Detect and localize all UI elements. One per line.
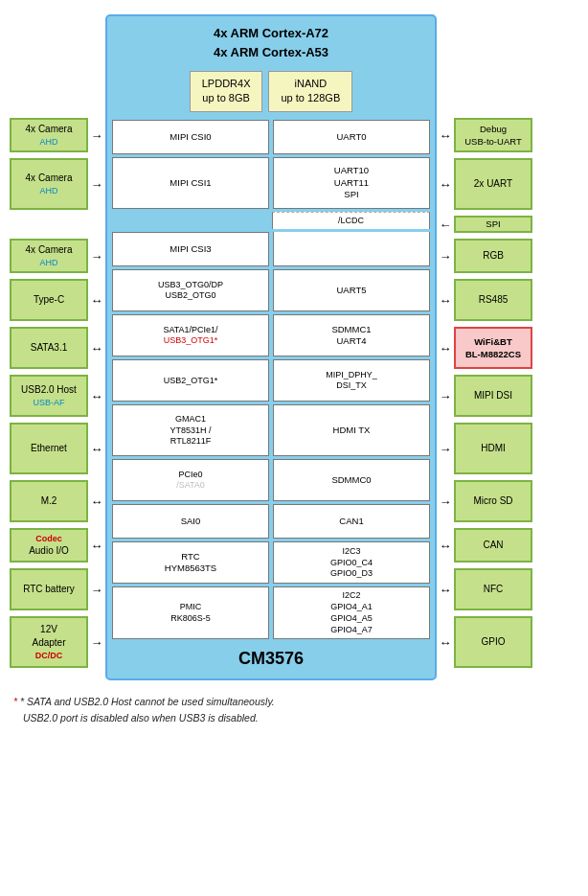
inner-can1: CAN1: [273, 504, 430, 539]
left-camera3-box: 4x Camera AHD: [10, 239, 88, 273]
inner-pcie0: PCIe0/SATA0: [112, 459, 269, 501]
inner-i2c3: I2C3GPIO0_C4GPIO0_D3: [273, 541, 430, 584]
arrow-rtc: →: [88, 583, 105, 597]
inner-usb3-otg0: USB3_OTG0/DPUSB2_OTG0: [112, 269, 269, 311]
inner-uart10: UART10UART11SPI: [273, 157, 430, 209]
left-audio-box: Codec Audio I/O: [10, 528, 88, 563]
right-uart2-box: 2x UART: [454, 158, 532, 210]
arrow-cam2: →: [88, 177, 105, 192]
inner-mipi-csi3: MIPI CSI3: [112, 232, 269, 266]
left-camera1-box: 4x Camera AHD: [10, 118, 88, 152]
inner-usb2-otg1: USB2_OTG1*: [112, 359, 269, 402]
right-spi-box: SPI: [454, 216, 532, 233]
arrow-spi-right: ←: [437, 218, 454, 232]
right-mipidsi-box: MIPI DSI: [454, 375, 532, 417]
right-gpio-box: GPIO: [454, 616, 532, 668]
center-title: 4x ARM Cortex-A72 4x ARM Cortex-A53: [112, 24, 430, 61]
inner-i2c2: I2C2GPIO4_A1GPIO4_A5GPIO4_A7: [273, 586, 430, 639]
arrow-mipidsi-right: →: [437, 389, 454, 403]
inner-lcdc: /LCDC: [272, 212, 430, 230]
arrow-rs485-right: ↔: [437, 293, 454, 308]
inner-uart5: UART5: [273, 269, 430, 311]
left-usb2host-box: USB2.0 Host USB-AF: [10, 375, 88, 417]
arrow-cam3: →: [88, 249, 105, 264]
inner-sdmmc0: SDMMC0: [273, 459, 430, 501]
arrow-hdmi-right: →: [437, 442, 454, 456]
arrow-sata: ↔: [88, 341, 105, 356]
inner-mipi-dphy: MIPI_DPHY_DSI_TX: [273, 359, 430, 402]
inner-lcdc-rgb: [273, 232, 430, 266]
inner-hdmi-tx: HDMI TX: [273, 404, 430, 456]
inner-spacer-spi: [112, 212, 268, 230]
left-12v-box: 12V Adapter DC/DC: [10, 616, 88, 668]
arrow-rgb-right: →: [437, 249, 454, 264]
right-rgb-box: RGB: [454, 239, 532, 273]
arrow-m2: ↔: [88, 494, 105, 509]
arrow-gpio-right: ↔: [437, 635, 454, 650]
inand-chip: iNANDup to 128GB: [268, 71, 352, 112]
right-wifi-box: WiFi&BTBL-M8822CS: [454, 327, 532, 369]
inner-mipi-csi0: MIPI CSI0: [112, 120, 269, 154]
right-can-box: CAN: [454, 528, 532, 563]
arrow-debug-right: ↔: [437, 128, 454, 143]
right-debug-box: DebugUSB-to-UART: [454, 118, 532, 152]
inner-pmic: PMICRK806S-5: [112, 586, 269, 639]
inner-sdmmc1: SDMMC1UART4: [273, 314, 430, 356]
arrow-wifi-right: ↔: [437, 341, 454, 356]
left-column: 4x Camera AHD → 4x Camera AHD → 4x Camer…: [10, 14, 105, 671]
right-microsd-box: Micro SD: [454, 480, 532, 522]
inner-uart0: UART0: [273, 120, 430, 154]
inner-gmac1: GMAC1YT8531H /RTL8211F: [112, 404, 269, 456]
right-rs485-box: RS485: [454, 279, 532, 321]
arrow-can-right: ↔: [437, 539, 454, 553]
inner-sata1: SATA1/PCIe1/USB3_OTG1*: [112, 314, 269, 356]
arrow-usb2host: ↔: [88, 389, 105, 403]
center-bottom-label: CM3576: [112, 645, 430, 669]
arrow-nfc-right: ↔: [437, 583, 454, 597]
arrow-microsd-right: →: [437, 494, 454, 509]
inner-sai0: SAI0: [112, 504, 269, 539]
arrow-cam1: →: [88, 128, 105, 143]
arrow-audio: ↔: [88, 539, 105, 553]
right-nfc-box: NFC: [454, 568, 532, 610]
right-hdmi-box: HDMI: [454, 423, 532, 474]
left-sata-box: SATA3.1: [10, 327, 88, 369]
left-typec-box: Type-C: [10, 279, 88, 321]
footnote: * * SATA and USB2.0 Host cannot be used …: [10, 694, 578, 726]
lpddr4x-chip: LPDDR4Xup to 8GB: [190, 71, 263, 112]
right-column: ↔ DebugUSB-to-UART ↔ 2x UART ← SPI: [437, 14, 532, 671]
left-camera2-box: 4x Camera AHD: [10, 158, 88, 210]
inner-rtc: RTCHYM8563TS: [112, 541, 269, 584]
arrow-typec: ↔: [88, 293, 105, 308]
left-rtc-box: RTC battery: [10, 568, 88, 610]
arrow-uart2-right: ↔: [437, 177, 454, 192]
left-ethernet-box: Ethernet: [10, 423, 88, 474]
center-block: 4x ARM Cortex-A72 4x ARM Cortex-A53 LPDD…: [105, 14, 437, 680]
arrow-12v: →: [88, 635, 105, 650]
inner-mipi-csi1: MIPI CSI1: [112, 157, 269, 209]
arrow-ethernet: ↔: [88, 442, 105, 456]
left-m2-box: M.2: [10, 480, 88, 522]
